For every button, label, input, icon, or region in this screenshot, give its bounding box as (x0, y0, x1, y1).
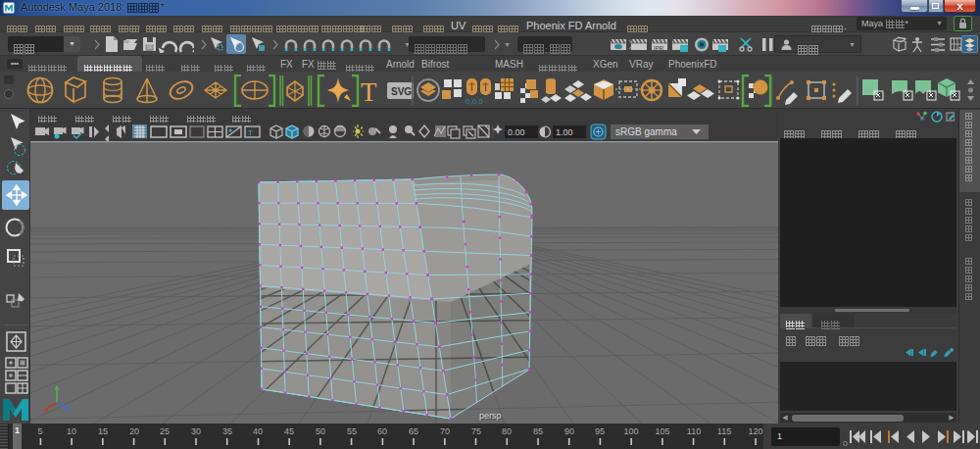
svg-text:80: 80 (502, 426, 512, 436)
svg-text:70: 70 (440, 426, 450, 436)
svg-text:sRGB gamma: sRGB gamma (615, 126, 677, 137)
svg-text:35: 35 (222, 426, 232, 436)
svg-text:75: 75 (471, 426, 481, 436)
svg-text:40: 40 (253, 426, 263, 436)
svg-text:SVG: SVG (391, 86, 412, 97)
svg-text:65: 65 (409, 426, 418, 436)
svg-text:15: 15 (98, 426, 108, 436)
svg-text:85: 85 (533, 426, 543, 436)
svg-text:10: 10 (67, 426, 76, 436)
svg-text:T: T (361, 77, 377, 107)
svg-text:IPR: IPR (654, 45, 664, 51)
svg-text:0.00: 0.00 (508, 127, 525, 137)
svg-text:0,0,0: 0,0,0 (466, 97, 483, 106)
svg-text:1.00: 1.00 (556, 127, 573, 137)
svg-text:25: 25 (160, 426, 170, 436)
svg-text:100: 100 (623, 426, 638, 436)
svg-text:115: 115 (717, 426, 731, 436)
svg-text:55: 55 (347, 426, 357, 436)
svg-text:110: 110 (687, 426, 701, 436)
svg-text:5: 5 (37, 426, 42, 436)
svg-text:persp: persp (479, 411, 502, 421)
svg-text:60: 60 (377, 426, 387, 436)
svg-text:90: 90 (564, 426, 574, 436)
svg-text:120: 120 (748, 426, 762, 436)
svg-text:50: 50 (316, 426, 325, 436)
svg-text:T: T (248, 128, 253, 137)
svg-text:20: 20 (129, 426, 139, 436)
svg-text:30: 30 (191, 426, 201, 436)
svg-text:95: 95 (595, 426, 605, 436)
svg-text:105: 105 (655, 426, 669, 436)
svg-text:45: 45 (284, 426, 294, 436)
